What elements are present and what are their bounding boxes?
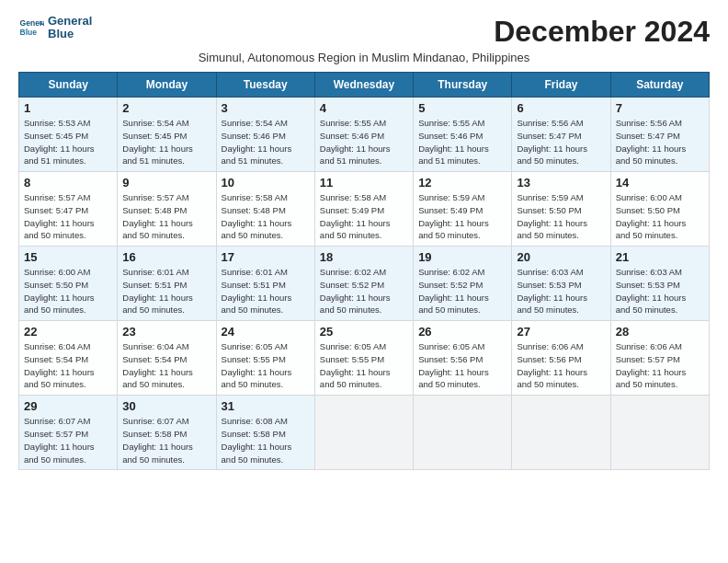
calendar-cell: 25Sunrise: 6:05 AMSunset: 5:55 PMDayligh… xyxy=(314,321,413,396)
logo: General Blue General Blue xyxy=(18,15,92,41)
day-detail: Sunrise: 6:07 AMSunset: 5:57 PMDaylight:… xyxy=(24,415,112,465)
day-header-wednesday: Wednesday xyxy=(314,73,413,98)
day-number: 3 xyxy=(222,101,310,115)
calendar-cell: 4Sunrise: 5:55 AMSunset: 5:46 PMDaylight… xyxy=(314,98,413,172)
day-number: 24 xyxy=(222,325,310,339)
day-header-row: SundayMondayTuesdayWednesdayThursdayFrid… xyxy=(19,73,710,98)
calendar-cell: 20Sunrise: 6:03 AMSunset: 5:53 PMDayligh… xyxy=(512,247,610,321)
calendar-cell: 10Sunrise: 5:58 AMSunset: 5:48 PMDayligh… xyxy=(216,172,314,247)
week-row-3: 15Sunrise: 6:00 AMSunset: 5:50 PMDayligh… xyxy=(19,247,710,321)
calendar-cell: 24Sunrise: 6:05 AMSunset: 5:55 PMDayligh… xyxy=(216,321,314,396)
day-number: 27 xyxy=(517,325,605,339)
day-detail: Sunrise: 6:05 AMSunset: 5:55 PMDaylight:… xyxy=(320,340,408,391)
day-number: 31 xyxy=(222,399,310,413)
day-header-friday: Friday xyxy=(512,73,610,98)
day-detail: Sunrise: 5:58 AMSunset: 5:49 PMDaylight:… xyxy=(320,191,408,242)
calendar-cell: 2Sunrise: 5:54 AMSunset: 5:45 PMDaylight… xyxy=(118,98,216,172)
calendar-cell: 5Sunrise: 5:55 AMSunset: 5:46 PMDaylight… xyxy=(414,98,512,172)
day-number: 6 xyxy=(517,101,605,115)
day-number: 23 xyxy=(122,325,210,339)
day-detail: Sunrise: 5:53 AMSunset: 5:45 PMDaylight:… xyxy=(24,117,112,167)
day-number: 21 xyxy=(616,250,704,264)
day-detail: Sunrise: 5:55 AMSunset: 5:46 PMDaylight:… xyxy=(418,117,506,167)
day-detail: Sunrise: 6:04 AMSunset: 5:54 PMDaylight:… xyxy=(122,340,210,391)
day-number: 29 xyxy=(24,399,112,413)
day-number: 2 xyxy=(122,101,210,115)
day-detail: Sunrise: 5:59 AMSunset: 5:49 PMDaylight:… xyxy=(418,191,506,242)
calendar-cell: 1Sunrise: 5:53 AMSunset: 5:45 PMDaylight… xyxy=(19,98,118,172)
day-number: 12 xyxy=(418,176,506,190)
day-number: 25 xyxy=(320,325,408,339)
calendar-cell: 6Sunrise: 5:56 AMSunset: 5:47 PMDaylight… xyxy=(512,98,610,172)
calendar-cell: 18Sunrise: 6:02 AMSunset: 5:52 PMDayligh… xyxy=(314,247,413,321)
week-row-5: 29Sunrise: 6:07 AMSunset: 5:57 PMDayligh… xyxy=(19,396,710,470)
day-header-thursday: Thursday xyxy=(414,73,512,98)
logo-line1: General xyxy=(48,15,92,28)
calendar-cell: 13Sunrise: 5:59 AMSunset: 5:50 PMDayligh… xyxy=(512,172,610,247)
day-detail: Sunrise: 6:02 AMSunset: 5:52 PMDaylight:… xyxy=(320,266,408,316)
location-subtitle: Simunul, Autonomous Region in Muslim Min… xyxy=(18,51,710,64)
day-header-sunday: Sunday xyxy=(19,73,118,98)
day-detail: Sunrise: 5:54 AMSunset: 5:46 PMDaylight:… xyxy=(222,117,310,167)
svg-text:Blue: Blue xyxy=(20,28,38,37)
day-number: 26 xyxy=(418,325,506,339)
calendar-cell: 11Sunrise: 5:58 AMSunset: 5:49 PMDayligh… xyxy=(314,172,413,247)
day-number: 11 xyxy=(320,176,408,190)
day-detail: Sunrise: 6:03 AMSunset: 5:53 PMDaylight:… xyxy=(616,266,704,316)
calendar-cell: 23Sunrise: 6:04 AMSunset: 5:54 PMDayligh… xyxy=(118,321,216,396)
day-detail: Sunrise: 5:57 AMSunset: 5:47 PMDaylight:… xyxy=(24,191,112,242)
calendar-cell xyxy=(512,396,610,470)
day-detail: Sunrise: 6:08 AMSunset: 5:58 PMDaylight:… xyxy=(222,415,310,465)
calendar-cell xyxy=(414,396,512,470)
day-detail: Sunrise: 5:58 AMSunset: 5:48 PMDaylight:… xyxy=(222,191,310,242)
month-year: December 2024 xyxy=(494,15,710,49)
calendar-cell: 3Sunrise: 5:54 AMSunset: 5:46 PMDaylight… xyxy=(216,98,314,172)
calendar-cell: 29Sunrise: 6:07 AMSunset: 5:57 PMDayligh… xyxy=(19,396,118,470)
calendar-cell: 19Sunrise: 6:02 AMSunset: 5:52 PMDayligh… xyxy=(414,247,512,321)
calendar-table: SundayMondayTuesdayWednesdayThursdayFrid… xyxy=(18,72,710,470)
day-detail: Sunrise: 6:06 AMSunset: 5:56 PMDaylight:… xyxy=(517,340,605,391)
calendar-cell: 28Sunrise: 6:06 AMSunset: 5:57 PMDayligh… xyxy=(610,321,709,396)
day-detail: Sunrise: 6:07 AMSunset: 5:58 PMDaylight:… xyxy=(122,415,210,465)
day-detail: Sunrise: 6:02 AMSunset: 5:52 PMDaylight:… xyxy=(418,266,506,316)
week-row-2: 8Sunrise: 5:57 AMSunset: 5:47 PMDaylight… xyxy=(19,172,710,247)
day-number: 7 xyxy=(616,101,704,115)
day-detail: Sunrise: 5:56 AMSunset: 5:47 PMDaylight:… xyxy=(616,117,704,167)
day-detail: Sunrise: 6:05 AMSunset: 5:55 PMDaylight:… xyxy=(222,340,310,391)
day-detail: Sunrise: 6:00 AMSunset: 5:50 PMDaylight:… xyxy=(24,266,112,316)
day-detail: Sunrise: 6:01 AMSunset: 5:51 PMDaylight:… xyxy=(122,266,210,316)
day-number: 13 xyxy=(517,176,605,190)
day-number: 9 xyxy=(122,176,210,190)
day-header-monday: Monday xyxy=(118,73,216,98)
day-number: 16 xyxy=(122,250,210,264)
calendar-cell: 14Sunrise: 6:00 AMSunset: 5:50 PMDayligh… xyxy=(610,172,709,247)
day-detail: Sunrise: 6:04 AMSunset: 5:54 PMDaylight:… xyxy=(24,340,112,391)
day-number: 4 xyxy=(320,101,408,115)
day-number: 20 xyxy=(517,250,605,264)
calendar-cell: 15Sunrise: 6:00 AMSunset: 5:50 PMDayligh… xyxy=(19,247,118,321)
day-number: 19 xyxy=(418,250,506,264)
day-number: 8 xyxy=(24,176,112,190)
day-number: 30 xyxy=(122,399,210,413)
calendar-cell: 21Sunrise: 6:03 AMSunset: 5:53 PMDayligh… xyxy=(610,247,709,321)
day-header-saturday: Saturday xyxy=(610,73,709,98)
calendar-cell: 8Sunrise: 5:57 AMSunset: 5:47 PMDaylight… xyxy=(19,172,118,247)
day-detail: Sunrise: 5:57 AMSunset: 5:48 PMDaylight:… xyxy=(122,191,210,242)
day-detail: Sunrise: 6:05 AMSunset: 5:56 PMDaylight:… xyxy=(418,340,506,391)
calendar-cell: 27Sunrise: 6:06 AMSunset: 5:56 PMDayligh… xyxy=(512,321,610,396)
day-number: 17 xyxy=(222,250,310,264)
calendar-cell xyxy=(314,396,413,470)
day-detail: Sunrise: 6:06 AMSunset: 5:57 PMDaylight:… xyxy=(616,340,704,391)
day-number: 22 xyxy=(24,325,112,339)
calendar-cell: 22Sunrise: 6:04 AMSunset: 5:54 PMDayligh… xyxy=(19,321,118,396)
calendar-cell xyxy=(610,396,709,470)
day-number: 14 xyxy=(616,176,704,190)
calendar-cell: 9Sunrise: 5:57 AMSunset: 5:48 PMDaylight… xyxy=(118,172,216,247)
day-number: 28 xyxy=(616,325,704,339)
day-detail: Sunrise: 5:55 AMSunset: 5:46 PMDaylight:… xyxy=(320,117,408,167)
logo-line2: Blue xyxy=(48,28,92,40)
day-detail: Sunrise: 5:56 AMSunset: 5:47 PMDaylight:… xyxy=(517,117,605,167)
calendar-cell: 7Sunrise: 5:56 AMSunset: 5:47 PMDaylight… xyxy=(610,98,709,172)
day-detail: Sunrise: 5:54 AMSunset: 5:45 PMDaylight:… xyxy=(122,117,210,167)
calendar-title: December 2024 xyxy=(494,15,710,49)
